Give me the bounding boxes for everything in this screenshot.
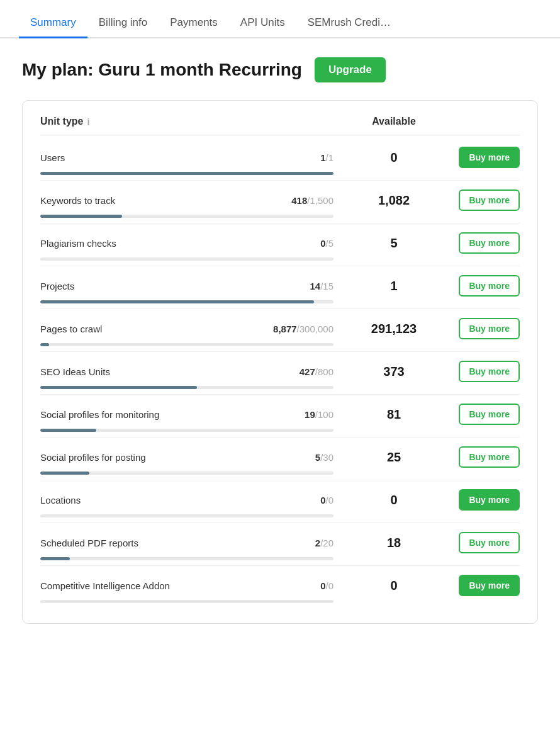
buy-more-button[interactable]: Buy more (459, 232, 520, 254)
buy-more-button[interactable]: Buy more (459, 532, 520, 553)
row-name: Social profiles for monitoring (40, 409, 305, 420)
row-action: Buy more (444, 489, 520, 511)
buy-more-button[interactable]: Buy more (459, 318, 520, 339)
row-action: Buy more (444, 446, 520, 468)
progress-bar-fill (40, 343, 49, 346)
row-usage: 1/1 (320, 152, 333, 163)
buy-more-button[interactable]: Buy more (459, 575, 520, 596)
table-row: Competitive Intelligence Addon0/00Buy mo… (40, 566, 520, 608)
buy-more-button[interactable]: Buy more (459, 489, 520, 511)
progress-bar-wrap (40, 557, 333, 560)
row-available: 25 (344, 450, 444, 465)
row-top-7: Social profiles for posting5/3025Buy mor… (40, 446, 520, 468)
row-name: Plagiarism checks (40, 238, 320, 249)
row-action: Buy more (444, 532, 520, 553)
row-available: 0 (344, 493, 444, 507)
unit-type-label: Unit type (40, 116, 83, 127)
row-name: Social profiles for posting (40, 452, 315, 463)
row-usage: 0/0 (320, 495, 333, 506)
row-name: Scheduled PDF reports (40, 538, 315, 548)
page-content: My plan: Guru 1 month Recurring Upgrade … (0, 38, 560, 643)
row-top-2: Plagiarism checks0/55Buy more (40, 232, 520, 254)
col-available-header: Available (344, 116, 444, 127)
progress-bar-fill (40, 172, 333, 175)
progress-bar-fill (40, 215, 122, 218)
table-row: Projects14/151Buy more (40, 266, 520, 309)
row-top-9: Scheduled PDF reports2/2018Buy more (40, 532, 520, 553)
row-available: 0 (344, 579, 444, 593)
col-unit-header: Unit type i (40, 116, 344, 127)
row-available: 1,082 (344, 193, 444, 208)
row-available: 373 (344, 364, 444, 379)
buy-more-button[interactable]: Buy more (459, 275, 520, 297)
row-name: Pages to crawl (40, 324, 273, 334)
row-usage: 418/1,500 (291, 195, 333, 206)
tab-summary[interactable]: Summary (19, 10, 87, 38)
units-card: Unit type i Available Users1/10Buy moreK… (22, 100, 538, 624)
progress-bar-wrap (40, 429, 333, 432)
buy-more-button[interactable]: Buy more (459, 446, 520, 468)
row-usage: 8,877/300,000 (273, 324, 333, 334)
row-usage: 0/5 (320, 238, 333, 249)
unit-type-info-icon[interactable]: i (87, 116, 89, 127)
buy-more-button[interactable]: Buy more (459, 361, 520, 382)
buy-more-button[interactable]: Buy more (459, 404, 520, 425)
row-action: Buy more (444, 275, 520, 297)
progress-bar-fill (40, 557, 70, 560)
row-top-0: Users1/10Buy more (40, 147, 520, 168)
row-action: Buy more (444, 318, 520, 339)
row-action: Buy more (444, 361, 520, 382)
row-action: Buy more (444, 575, 520, 596)
progress-bar-wrap (40, 172, 333, 175)
row-name: Users (40, 152, 320, 163)
row-top-4: Pages to crawl8,877/300,000291,123Buy mo… (40, 318, 520, 339)
units-rows: Users1/10Buy moreKeywords to track418/1,… (40, 138, 520, 608)
progress-bar-fill (40, 429, 96, 432)
upgrade-button[interactable]: Upgrade (315, 57, 386, 82)
tab-api-units[interactable]: API Units (229, 10, 296, 38)
table-row: SEO Ideas Units427/800373Buy more (40, 352, 520, 395)
table-row: Locations0/00Buy more (40, 480, 520, 523)
row-available: 81 (344, 407, 444, 422)
row-usage: 5/30 (315, 452, 333, 463)
row-action: Buy more (444, 189, 520, 211)
buy-more-button[interactable]: Buy more (459, 147, 520, 168)
table-row: Pages to crawl8,877/300,000291,123Buy mo… (40, 309, 520, 352)
buy-more-button[interactable]: Buy more (459, 189, 520, 211)
progress-bar-wrap (40, 343, 333, 346)
table-row: Scheduled PDF reports2/2018Buy more (40, 523, 520, 566)
tab-payments[interactable]: Payments (159, 10, 229, 38)
row-available: 1 (344, 279, 444, 293)
progress-bar-wrap (40, 600, 333, 603)
progress-bar-wrap (40, 300, 333, 303)
row-name: Projects (40, 281, 310, 291)
tab-semrush-credi…[interactable]: SEMrush Credi… (296, 10, 402, 38)
table-row: Social profiles for monitoring19/10081Bu… (40, 395, 520, 438)
progress-bar-fill (40, 300, 314, 303)
plan-title: My plan: Guru 1 month Recurring (22, 60, 302, 80)
tab-billing-info[interactable]: Billing info (87, 10, 159, 38)
progress-bar-wrap (40, 514, 333, 517)
progress-bar-fill (40, 386, 197, 389)
row-name: Locations (40, 495, 320, 506)
row-name: SEO Ideas Units (40, 366, 300, 377)
table-row: Social profiles for posting5/3025Buy mor… (40, 438, 520, 480)
row-top-5: SEO Ideas Units427/800373Buy more (40, 361, 520, 382)
row-usage: 14/15 (310, 281, 333, 291)
row-available: 5 (344, 236, 444, 251)
table-header: Unit type i Available (40, 116, 520, 135)
row-usage: 19/100 (305, 409, 333, 420)
table-row: Plagiarism checks0/55Buy more (40, 223, 520, 266)
row-top-1: Keywords to track418/1,5001,082Buy more (40, 189, 520, 211)
row-usage: 0/0 (320, 580, 333, 591)
row-top-10: Competitive Intelligence Addon0/00Buy mo… (40, 575, 520, 596)
row-name: Keywords to track (40, 195, 291, 206)
row-action: Buy more (444, 232, 520, 254)
row-action: Buy more (444, 147, 520, 168)
row-available: 291,123 (344, 322, 444, 336)
table-row: Keywords to track418/1,5001,082Buy more (40, 181, 520, 223)
row-action: Buy more (444, 404, 520, 425)
progress-bar-wrap (40, 257, 333, 261)
row-available: 18 (344, 536, 444, 550)
row-usage: 2/20 (315, 538, 333, 548)
